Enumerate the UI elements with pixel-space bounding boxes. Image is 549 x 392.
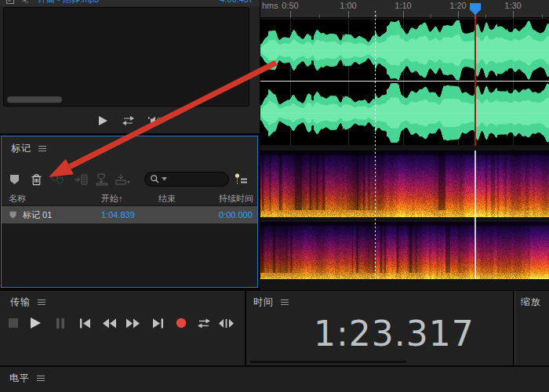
ruler-tick: [319, 14, 320, 18]
levels-panel-title: 电平: [9, 372, 30, 385]
column-duration[interactable]: 持续时间: [219, 193, 257, 205]
column-name[interactable]: 名称: [2, 193, 101, 205]
insert-playlist-icon: [74, 173, 88, 186]
ruler-tick-label: 0:50: [282, 1, 298, 10]
batch-process-button[interactable]: [114, 171, 131, 188]
table-body: 标记 01 1:04.839 0:00.000: [2, 206, 257, 287]
play-button[interactable]: [25, 315, 45, 331]
column-start[interactable]: 开始↑: [101, 193, 158, 205]
ruler-tick: [290, 11, 291, 18]
export-audio-icon: [95, 173, 109, 186]
shuttle-button[interactable]: [216, 315, 236, 331]
ruler-tick-label: 1:00: [340, 1, 356, 10]
marker-list-icon: [234, 172, 249, 187]
loop-playback-button[interactable]: [194, 315, 214, 331]
ruler-tick: [403, 11, 404, 18]
files-panel: 许嵩 - 陪葬.mp3 4:00.437: [0, 0, 260, 133]
rewind-icon: [102, 318, 117, 328]
chevron-down-icon: [162, 177, 167, 181]
file-row[interactable]: 许嵩 - 陪葬.mp3 4:00.437: [0, 0, 260, 6]
ruler-tick-label: 1:20: [449, 1, 466, 10]
loop-icon: [121, 115, 136, 126]
panel-menu-icon[interactable]: [37, 376, 45, 381]
speaker-icon: [148, 115, 162, 126]
search-input[interactable]: [169, 174, 224, 185]
time-panel-title: 时间: [253, 296, 274, 309]
time-panel: 时间 1:23.317: [246, 291, 513, 365]
spectrogram-canvas-top[interactable]: [260, 151, 549, 217]
markers-panel-title: 标记: [11, 142, 31, 155]
search-icon: [150, 174, 160, 184]
waveform-canvas[interactable]: [260, 20, 549, 145]
column-end[interactable]: 结束: [158, 193, 219, 205]
marker-row[interactable]: 标记 01 1:04.839 0:00.000: [2, 206, 257, 223]
stop-icon: [9, 318, 18, 328]
audition-window: 许嵩 - 陪葬.mp3 4:00.437 标记: [0, 0, 549, 392]
loop-icon: [196, 318, 212, 329]
record-button[interactable]: [171, 315, 191, 331]
marker-name: 标记 01: [23, 209, 52, 221]
marker-flag-icon: [9, 174, 20, 185]
export-marker-audio-button[interactable]: [93, 171, 111, 188]
zoom-panel-title: 缩放: [521, 296, 541, 309]
file-duration: 4:00.437: [220, 0, 253, 4]
skip-end-icon: [152, 318, 164, 328]
batch-process-icon: [115, 173, 131, 186]
timeline-ruler[interactable]: hms 0:501:001:101:201:30: [260, 0, 549, 18]
record-icon: [176, 318, 187, 328]
file-name: 许嵩 - 陪葬.mp3: [38, 0, 99, 5]
preview-autoplay-button[interactable]: [148, 115, 162, 126]
go-to-start-button[interactable]: [75, 315, 95, 331]
add-marker-button[interactable]: [5, 171, 23, 188]
stop-button[interactable]: [3, 315, 24, 331]
playhead-line-waveform: [474, 15, 476, 146]
ruler-tick: [376, 14, 376, 18]
fast-forward-button[interactable]: [122, 315, 143, 331]
ruler-tick: [348, 11, 349, 18]
preview-loop-button[interactable]: [121, 115, 136, 126]
merge-markers-icon: [50, 173, 64, 186]
ruler-tick-label: 1:10: [394, 1, 411, 10]
panel-menu-icon[interactable]: [38, 299, 45, 305]
play-icon: [98, 115, 108, 126]
pause-icon: [56, 318, 65, 328]
time-underline: [250, 361, 406, 363]
preview-play-button[interactable]: [98, 115, 108, 126]
waveform-icon: [20, 0, 32, 3]
skip-start-icon: [79, 318, 91, 328]
pause-button[interactable]: [50, 315, 71, 331]
spectrogram-canvas-bottom[interactable]: [260, 222, 549, 279]
shuttle-icon: [218, 318, 235, 328]
time-display[interactable]: 1:23.317: [314, 317, 474, 351]
rewind-button[interactable]: [99, 315, 119, 331]
delete-marker-button[interactable]: [27, 171, 45, 188]
table-header-row: 名称 开始↑ 结束 持续时间: [2, 192, 257, 206]
ruler-tick: [513, 11, 514, 18]
ruler-tick: [431, 14, 431, 18]
zoom-panel: 缩放: [514, 291, 549, 365]
trash-icon: [30, 173, 43, 187]
levels-panel: 电平: [0, 367, 549, 392]
insert-into-playlist-button[interactable]: [72, 171, 89, 188]
play-icon: [30, 317, 42, 329]
panel-menu-icon[interactable]: [281, 299, 289, 305]
horizontal-scrollbar[interactable]: [7, 96, 62, 103]
waveform-editor: hms 0:501:001:101:201:30: [260, 0, 549, 290]
ruler-tick: [458, 11, 459, 18]
merge-markers-button[interactable]: [49, 171, 66, 188]
marker-search-box[interactable]: [144, 172, 229, 187]
fast-forward-icon: [125, 318, 140, 328]
files-preview-transport: [0, 109, 260, 132]
ruler-tick: [542, 14, 543, 18]
file-type-icon: [6, 0, 14, 4]
marker-start: 1:04.839: [101, 210, 158, 220]
transport-panel: 传输: [0, 291, 245, 365]
marker-list-toggle-button[interactable]: [233, 171, 250, 188]
go-to-end-button[interactable]: [147, 315, 168, 331]
ruler-unit-label: hms: [262, 1, 278, 10]
marker-row-icon: [9, 211, 17, 220]
markers-panel: 标记: [1, 136, 258, 288]
panel-menu-icon[interactable]: [38, 146, 46, 151]
file-list-well[interactable]: [3, 7, 249, 107]
marker-guide-line: [375, 11, 376, 279]
